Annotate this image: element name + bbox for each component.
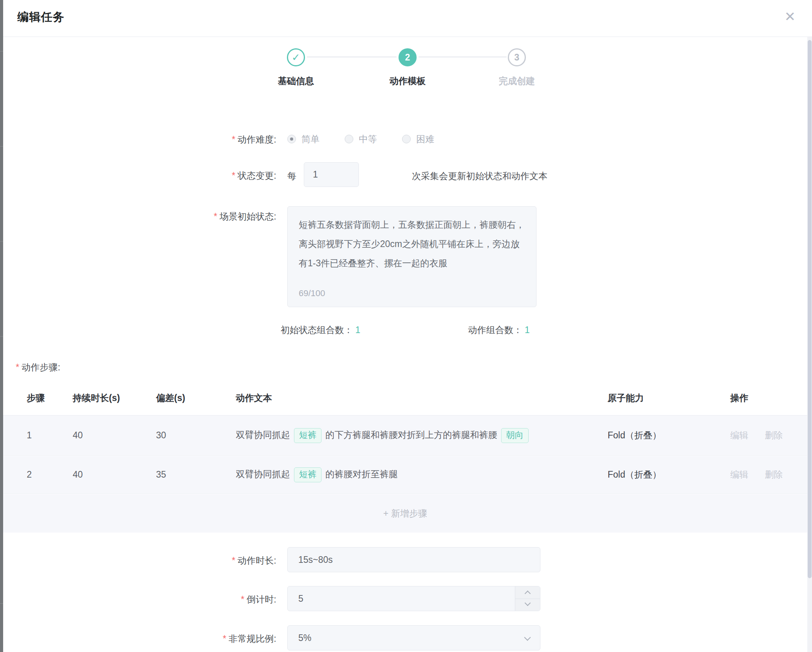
- operations-cell: 编辑删除: [730, 429, 807, 441]
- check-icon: ✓: [287, 48, 305, 66]
- decrease-button[interactable]: [515, 599, 540, 611]
- step-label: 基础信息: [241, 75, 351, 87]
- action-text-cell: 双臂协同抓起短裤的下方裤腿和裤腰对折到上方的裤腿和裤腰朝向: [236, 428, 608, 443]
- action-text: 的下方裤腿和裤腰对折到上方的裤腿和裤腰: [325, 430, 497, 440]
- unusual-ratio-label: *非常规比例:: [17, 633, 276, 645]
- action-text-cell: 双臂协同抓起短裤的裤腰对折至裤腿: [236, 467, 608, 482]
- edit-link[interactable]: 编辑: [730, 469, 748, 480]
- duration-value: 15s~80s: [298, 555, 333, 565]
- edit-task-dialog: 编辑任务 ✕ ✓基础信息2动作模板3完成创建 *动作难度: 简单中等困难 *状态…: [3, 0, 812, 652]
- duration-cell: 40: [73, 430, 156, 441]
- required-asterisk: *: [16, 362, 19, 372]
- object-tag: 朝向: [501, 428, 529, 443]
- action-steps-label: *动作步骤:: [16, 361, 60, 374]
- chevron-up-icon: [525, 590, 531, 597]
- background-page-edge: [0, 0, 3, 652]
- step-cell: 1: [3, 430, 73, 441]
- required-asterisk: *: [232, 134, 235, 145]
- operations-cell: 编辑删除: [730, 469, 807, 481]
- step-number: 3: [508, 48, 526, 66]
- action-text: 双臂协同抓起: [236, 430, 290, 440]
- duration-label: *动作时长:: [17, 555, 276, 567]
- initial-state-value: 短裤五条数据背面朝上，五条数据正面朝上，裤腰朝右，离头部视野下方至少20cm之外…: [299, 220, 525, 268]
- deviation-cell: 30: [156, 430, 236, 441]
- countdown-label: *倒计时:: [17, 593, 276, 606]
- increase-button[interactable]: [515, 586, 540, 599]
- number-stepper: [515, 586, 540, 611]
- state-change-prefix: 每: [287, 170, 296, 182]
- countdown-value: 5: [298, 593, 303, 604]
- scrollbar-track[interactable]: [807, 37, 812, 652]
- duration-cell: 40: [73, 469, 156, 480]
- step-number: 2: [399, 48, 417, 66]
- duration-input[interactable]: 15s~80s: [287, 547, 540, 572]
- ability-cell: Fold（折叠）: [608, 469, 730, 481]
- ability-cell: Fold（折叠）: [608, 429, 730, 441]
- action-combo-value: 1: [525, 325, 530, 335]
- countdown-input[interactable]: 5: [287, 586, 540, 611]
- object-tag: 短裤: [294, 467, 321, 482]
- required-asterisk: *: [223, 634, 226, 644]
- step-label: 动作模板: [353, 75, 463, 87]
- radio-icon[interactable]: [345, 135, 353, 143]
- step-2: 2动作模板: [353, 48, 463, 87]
- delete-link[interactable]: 删除: [765, 469, 783, 480]
- deviation-cell: 35: [156, 469, 236, 480]
- state-change-suffix: 次采集会更新初始状态和动作文本: [412, 170, 547, 182]
- difficulty-radio-group: 简单中等困难: [287, 133, 459, 145]
- table-row: 24035双臂协同抓起短裤的裤腰对折至裤腿Fold（折叠）编辑删除: [3, 456, 807, 494]
- edit-link[interactable]: 编辑: [730, 430, 748, 440]
- close-icon[interactable]: ✕: [781, 7, 799, 26]
- column-header: 偏差(s): [156, 392, 236, 404]
- column-header: 持续时长(s): [73, 392, 156, 404]
- step-1: ✓基础信息: [241, 48, 351, 87]
- radio-selected-icon[interactable]: [287, 135, 296, 143]
- initial-combo-count: 初始状态组合数：1: [281, 324, 360, 336]
- action-text: 的裤腰对折至裤腿: [325, 469, 398, 479]
- column-header: 原子能力: [608, 392, 730, 404]
- radio-label: 简单: [301, 133, 320, 145]
- unusual-ratio-select[interactable]: 5%: [287, 625, 540, 650]
- object-tag: 短裤: [294, 428, 321, 443]
- state-change-label: *状态变更:: [17, 170, 276, 182]
- step-3: 3完成创建: [462, 48, 572, 87]
- add-step-button[interactable]: + 新增步骤: [3, 494, 807, 533]
- unusual-ratio-value: 5%: [298, 633, 311, 643]
- radio-label: 中等: [359, 133, 377, 145]
- initial-state-label: *场景初始状态:: [17, 211, 276, 223]
- initial-state-textarea[interactable]: 短裤五条数据背面朝上，五条数据正面朝上，裤腰朝右，离头部视野下方至少20cm之外…: [287, 206, 536, 307]
- radio-icon[interactable]: [402, 135, 411, 143]
- scrollbar-thumb[interactable]: [808, 40, 812, 578]
- action-text: 双臂协同抓起: [236, 469, 290, 479]
- required-asterisk: *: [232, 555, 235, 566]
- table-row: 14030双臂协同抓起短裤的下方裤腿和裤腰对折到上方的裤腿和裤腰朝向Fold（折…: [3, 416, 807, 456]
- required-asterisk: *: [232, 170, 235, 181]
- header-divider: [3, 37, 812, 37]
- radio-option[interactable]: 简单: [287, 133, 320, 145]
- radio-option[interactable]: 困难: [402, 133, 434, 145]
- required-asterisk: *: [241, 594, 244, 604]
- radio-label: 困难: [416, 133, 434, 145]
- action-combo-count: 动作组合数：1: [468, 324, 530, 336]
- column-header: 操作: [730, 392, 807, 404]
- radio-option[interactable]: 中等: [345, 133, 377, 145]
- step-cell: 2: [3, 469, 73, 480]
- chevron-down-icon: [525, 600, 531, 606]
- table-header-row: 步骤持续时长(s)偏差(s)动作文本原子能力操作: [3, 381, 807, 416]
- dialog-title: 编辑任务: [17, 9, 64, 25]
- state-change-input[interactable]: 1: [304, 162, 359, 187]
- required-asterisk: *: [214, 211, 217, 222]
- chevron-down-icon: [524, 634, 531, 641]
- difficulty-label: *动作难度:: [17, 134, 276, 146]
- delete-link[interactable]: 删除: [765, 430, 783, 440]
- char-counter: 69/100: [299, 288, 325, 299]
- state-change-value: 1: [313, 169, 318, 180]
- column-header: 动作文本: [236, 392, 608, 404]
- initial-combo-value: 1: [355, 325, 360, 335]
- column-header: 步骤: [3, 392, 73, 404]
- step-label: 完成创建: [462, 75, 572, 87]
